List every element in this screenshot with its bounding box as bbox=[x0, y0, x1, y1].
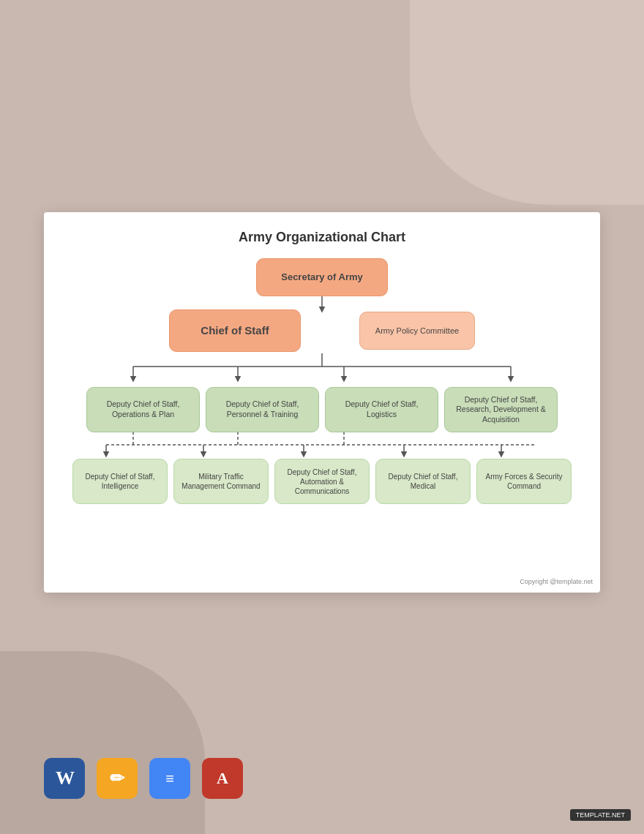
org-chart: Secretary of Army Chief of Staff Army Po… bbox=[59, 258, 585, 504]
bg-decoration-top bbox=[410, 0, 644, 205]
policy-node: Army Policy Committee bbox=[359, 312, 475, 350]
bottom5-node: Army Forces & Security Command bbox=[476, 459, 572, 504]
pdf-icon[interactable]: A bbox=[202, 758, 243, 799]
template-badge: TEMPLATE.NET bbox=[570, 809, 631, 821]
pages-icon[interactable]: ✏ bbox=[97, 758, 138, 799]
bottom4-node: Deputy Chief of Staff, Medical bbox=[375, 459, 471, 504]
word-icon[interactable]: W bbox=[44, 758, 85, 799]
deputy4-node: Deputy Chief of Staff, Research, Develop… bbox=[444, 387, 558, 432]
main-card: Army Organizational Chart bbox=[44, 212, 600, 593]
app-icons-row: W ✏ ≡ A bbox=[44, 758, 243, 799]
deputy2-node: Deputy Chief of Staff, Personnel & Train… bbox=[206, 387, 319, 432]
deputy3-node: Deputy Chief of Staff, Logistics bbox=[325, 387, 438, 432]
level1-row: Secretary of Army bbox=[59, 258, 585, 296]
chief-node: Chief of Staff bbox=[169, 309, 301, 352]
copyright-text: Copyright @template.net bbox=[520, 578, 593, 585]
bottom2-node: Military Traffic Management Command bbox=[173, 459, 269, 504]
secretary-node: Secretary of Army bbox=[256, 258, 388, 296]
level2-row: Chief of Staff Army Policy Committee bbox=[59, 309, 585, 352]
chart-title: Army Organizational Chart bbox=[59, 230, 585, 245]
bottom3-node: Deputy Chief of Staff, Automation & Comm… bbox=[274, 459, 370, 504]
bg-decoration-bottom bbox=[0, 651, 205, 834]
level3-row: Deputy Chief of Staff, Operations & Plan… bbox=[59, 387, 585, 432]
bottom1-node: Deputy Chief of Staff, Intelligence bbox=[72, 459, 168, 504]
docs-icon[interactable]: ≡ bbox=[149, 758, 190, 799]
level4-row: Deputy Chief of Staff, Intelligence Mili… bbox=[59, 459, 585, 504]
deputy1-node: Deputy Chief of Staff, Operations & Plan bbox=[86, 387, 200, 432]
